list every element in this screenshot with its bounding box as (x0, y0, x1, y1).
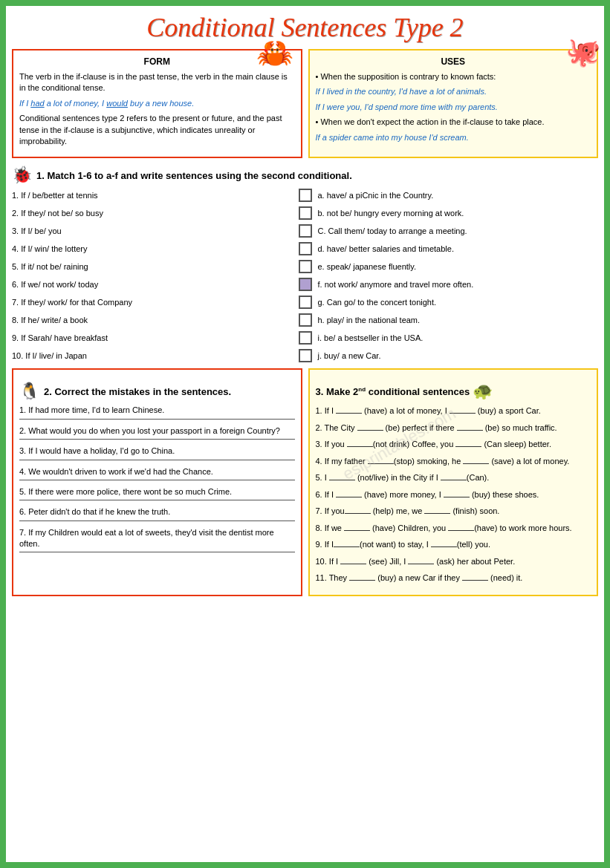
blank-9a (334, 546, 360, 547)
blank-9b (431, 546, 457, 547)
ex2-item-2: 2. What would you do when you lost your … (19, 425, 295, 440)
octopus-icon: 🐙 (565, 36, 600, 68)
match-right-f: f. not work/ anymore and travel more oft… (318, 280, 599, 289)
ex3-item-5: 5. I (not/live) in the City if I (Can). (316, 471, 591, 484)
uses-ex3: If a spider came into my house I'd screa… (316, 132, 591, 143)
ex2-text-6: 6. Peter didn't do that if he knew the t… (19, 507, 170, 516)
page: Conditional Sentences Type 2 🦀 FORM The … (6, 6, 604, 862)
ex2-header: 🐧 2. Correct the mistakes in the sentenc… (19, 382, 295, 401)
blank-4b (463, 463, 489, 464)
match-row-5: 5. If it/ not be/ raining e. speak/ japa… (12, 260, 598, 273)
match-left-7: 7. If they/ work/ for that Company (12, 298, 293, 307)
ex2-item-6: 6. Peter didn't do that if he knew the t… (19, 506, 295, 521)
blank-7b (424, 513, 450, 514)
match-right-d: d. have/ better salaries and timetable. (318, 244, 599, 253)
ex3-title: 3. Make 2nd conditional sentences (316, 386, 470, 397)
checkbox-5[interactable] (299, 260, 312, 273)
checkbox-8[interactable] (299, 313, 312, 327)
match-right-e: e. speak/ japanese fluently. (318, 262, 599, 271)
match-row-7: 7. If they/ work/ for that Company g. Ca… (12, 296, 598, 309)
match-left-1: 1. If / be/better at tennis (12, 191, 293, 200)
ex2-line-3 (19, 460, 295, 460)
form-text1: The verb in the if-clause is in the past… (19, 71, 295, 94)
form-underline2: would (106, 99, 128, 108)
match-row-10: 10. If I/ live/ in Japan j. buy/ a new C… (12, 349, 598, 362)
ex3-item-2: 2. The City (be) perfect if there (be) s… (316, 422, 591, 434)
ex3-item-4: 4. If my father (stop) smoking, he (save… (316, 455, 591, 468)
bottom-section: 🐧 2. Correct the mistakes in the sentenc… (12, 368, 598, 596)
form-underline1: had (30, 99, 44, 108)
ex2-text-2: 2. What would you do when you lost your … (19, 426, 280, 435)
ex2-title: 2. Correct the mistakes in the sentences… (44, 386, 231, 397)
ex3-header: 3. Make 2nd conditional sentences 🐢 (316, 382, 591, 401)
exercise2-box: 🐧 2. Correct the mistakes in the sentenc… (12, 368, 302, 596)
ex2-line-2 (19, 439, 295, 440)
uses-box: 🐙 USES • When the supposition is contrar… (308, 49, 599, 158)
ex2-text-7: 7. If my Children would eat a lot of swe… (19, 528, 274, 548)
ex2-item-1: 1. If had more time, I'd to learn Chines… (19, 405, 295, 419)
ex2-item-5: 5. If there were more police, there wont… (19, 486, 295, 500)
blank-10b (408, 564, 434, 564)
match-row-2: 2. If they/ not be/ so busy b. not be/ h… (12, 206, 598, 220)
blank-2a (357, 430, 383, 431)
checkbox-4[interactable] (299, 242, 312, 255)
form-header: FORM (19, 56, 295, 67)
exercise3-box: 3. Make 2nd conditional sentences 🐢 1. I… (308, 368, 599, 596)
blank-1a (336, 413, 362, 414)
match-row-8: 8. If he/ write/ a book h. play/ in the … (12, 313, 598, 327)
uses-ex2: If I were you, I'd spend more time with … (316, 102, 591, 113)
match-left-10: 10. If I/ live/ in Japan (12, 351, 293, 360)
checkbox-7[interactable] (299, 296, 312, 309)
match-row-6: 6. If we/ not work/ today f. not work/ a… (12, 278, 598, 291)
blank-1b (450, 413, 476, 414)
form-text2: Conditional sentences type 2 refers to t… (19, 113, 295, 147)
match-right-h: h. play/ in the national team. (318, 316, 599, 324)
match-left-9: 9. If Sarah/ have breakfast (12, 333, 293, 342)
penguin-icon: 🐧 (19, 382, 39, 401)
ex2-text-1: 1. If had more time, I'd to learn Chines… (19, 405, 164, 414)
blank-8a (344, 530, 370, 531)
checkbox-10[interactable] (299, 349, 312, 362)
blank-11a (349, 580, 375, 581)
ex3-item-6: 6. If I (have) more money, I (buy) these… (316, 489, 591, 501)
blank-3a (347, 446, 373, 447)
blank-11b (462, 580, 488, 581)
ex2-line-4 (19, 480, 295, 480)
blank-5a (329, 480, 355, 480)
uses-bullet1: • When the supposition is contrary to kn… (316, 71, 591, 82)
match-right-g: g. Can go/ to the concert tonight. (318, 298, 599, 307)
top-section: 🦀 FORM The verb in the if-clause is in t… (12, 49, 598, 158)
uses-bullet2: • When we don't expect the action in the… (316, 117, 591, 128)
match-right-i: i. be/ a bestseller in the USA. (318, 333, 599, 342)
checkbox-2[interactable] (299, 206, 312, 220)
superscript-nd: nd (358, 386, 366, 393)
match-row-4: 4. If I/ win/ the lottery d. have/ bette… (12, 242, 598, 255)
ex2-item-3: 3. If I would have a holiday, I'd go to … (19, 446, 295, 460)
checkbox-6[interactable] (299, 278, 312, 291)
checkbox-9[interactable] (299, 331, 312, 345)
turtle-icon: 🐢 (473, 382, 493, 401)
match-left-4: 4. If I/ win/ the lottery (12, 244, 293, 253)
blank-5b (441, 480, 467, 480)
ex1-header: 🐞 1. Match 1-6 to a-f and write sentence… (12, 166, 598, 185)
checkbox-1[interactable] (299, 189, 312, 202)
match-row-1: 1. If / be/better at tennis a. have/ a p… (12, 189, 598, 202)
ex3-item-8: 8. If we (have) Children, you (have) to … (316, 522, 591, 535)
match-left-8: 8. If he/ write/ a book (12, 316, 293, 324)
ex2-line-6 (19, 521, 295, 521)
match-left-3: 3. If I/ be/ you (12, 226, 293, 235)
ex2-line-1 (19, 419, 295, 420)
match-left-6: 6. If we/ not work/ today (12, 280, 293, 289)
blank-3b (455, 446, 481, 447)
ex3-item-11: 11. They (buy) a new Car if they (need) … (316, 572, 591, 584)
match-right-b: b. not be/ hungry every morning at work. (318, 209, 599, 218)
checkbox-3[interactable] (299, 224, 312, 238)
ex3-item-7: 7. If you (help) me, we (finish) soon. (316, 505, 591, 518)
uses-ex1: If I lived in the country, I'd have a lo… (316, 86, 591, 97)
blank-2b (457, 430, 483, 431)
ex3-item-3: 3. If you (not drink) Coffee, you (Can s… (316, 438, 591, 451)
ex3-item-10: 10. If I (see) Jill, I (ask) her about P… (316, 555, 591, 568)
ex2-item-4: 4. We wouldn't driven to work if we'd ha… (19, 466, 295, 480)
ex3-item-9: 9. If I(not want) to stay, I (tell) you. (316, 538, 591, 551)
ex2-line-5 (19, 500, 295, 500)
